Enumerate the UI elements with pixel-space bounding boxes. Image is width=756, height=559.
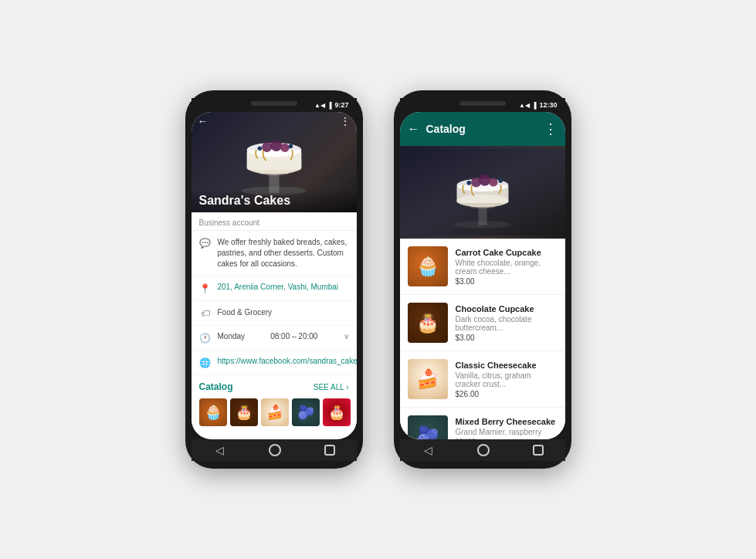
item-info-choc: Chocolate Cupcake Dark cocoa, chocolate … bbox=[456, 304, 558, 342]
nav-recent-btn-2[interactable] bbox=[533, 445, 544, 456]
catalog-more-button[interactable]: ⋮ bbox=[544, 120, 558, 137]
item-desc-carrot: White chocolate, orange, cream cheese... bbox=[456, 259, 558, 276]
battery-icon: ▐ bbox=[327, 102, 332, 109]
location-icon: 📍 bbox=[199, 283, 212, 294]
item-desc-berry: Grand Marnier, raspberry sauce... bbox=[456, 428, 558, 440]
status-bar-2: ▲◀ ▐ 12:30 bbox=[400, 98, 565, 112]
thumb-red-img: 🎂 bbox=[323, 398, 351, 426]
svg-point-8 bbox=[280, 144, 289, 152]
catalog-back-button[interactable]: ← bbox=[408, 122, 420, 136]
nav-bar-1: ◁ bbox=[192, 439, 357, 461]
address-text: 201, Areniia Corner, Vashi, Mumbai bbox=[218, 283, 339, 291]
thumb-carrot-img: 🧁 bbox=[199, 398, 227, 426]
thumb-red[interactable]: 🎂 bbox=[323, 398, 351, 426]
svg-point-10 bbox=[288, 144, 293, 149]
website-link[interactable]: https://www.facebook.com/sandras_cakes bbox=[218, 357, 357, 365]
thumb-classic-img: 🍰 bbox=[261, 398, 289, 426]
catalog-item-classic[interactable]: 🍰 Classic Cheesecake Vanilla, citrus, gr… bbox=[400, 351, 565, 408]
hours-row[interactable]: 🕐 Monday 08:00 – 20:00 ∨ bbox=[192, 326, 357, 351]
catalog-appbar-title: Catalog bbox=[426, 123, 537, 135]
item-name-choc: Chocolate Cupcake bbox=[456, 304, 558, 313]
hero-image-1: ← ⋮ bbox=[192, 112, 357, 212]
thumb-berry[interactable]: 🫐 bbox=[292, 398, 320, 426]
back-button-1[interactable]: ← bbox=[198, 115, 208, 127]
item-price-choc: $3.00 bbox=[456, 334, 558, 342]
svg-point-21 bbox=[489, 178, 497, 186]
nav-home-btn-1[interactable] bbox=[269, 444, 281, 456]
thumb-berry-img: 🫐 bbox=[292, 398, 320, 426]
category-row: 🏷 Food & Grocery bbox=[192, 301, 357, 326]
header-bar-1: ← ⋮ bbox=[192, 112, 357, 130]
catalog-section: Catalog SEE ALL › 🧁 🎂 🍰 bbox=[192, 375, 357, 432]
phone2: ▲◀ ▐ 12:30 ← Catalog ⋮ bbox=[394, 90, 571, 469]
item-info-carrot: Carrot Cake Cupcake White chocolate, ora… bbox=[456, 248, 558, 286]
svg-point-7 bbox=[270, 140, 282, 151]
hours-day: Monday bbox=[218, 332, 246, 340]
thumb-carrot[interactable]: 🧁 bbox=[199, 398, 227, 426]
item-price-classic: $26.00 bbox=[456, 390, 558, 398]
item-name-carrot: Carrot Cake Cupcake bbox=[456, 248, 558, 257]
nav-home-btn-2[interactable] bbox=[477, 444, 490, 456]
item-info-classic: Classic Cheesecake Vanilla, citrus, grah… bbox=[456, 361, 558, 398]
catalog-label: Catalog bbox=[199, 381, 233, 392]
signal-icon-2: ▲◀ bbox=[519, 102, 530, 109]
nav-back-btn-1[interactable]: ◁ bbox=[212, 443, 226, 457]
item-img-classic: 🍰 bbox=[408, 359, 448, 399]
phone2-screen: ← Catalog ⋮ bbox=[400, 112, 565, 439]
signal-icon: ▲◀ bbox=[314, 102, 325, 109]
thumb-choc-img: 🎂 bbox=[230, 398, 258, 426]
catalog-thumbnails: 🧁 🎂 🍰 🫐 🎂 bbox=[199, 398, 349, 426]
phone2-content: ← Catalog ⋮ bbox=[400, 112, 565, 439]
status-icons-2: ▲◀ ▐ bbox=[519, 102, 537, 109]
phone1-screen: ← ⋮ bbox=[192, 112, 357, 439]
description-row: 💬 We offer freshly baked breads, cakes, … bbox=[192, 231, 357, 276]
battery-icon-2: ▐ bbox=[532, 102, 537, 109]
item-img-carrot: 🧁 bbox=[408, 246, 448, 286]
more-button-1[interactable]: ⋮ bbox=[340, 115, 351, 127]
catalog-header: Catalog SEE ALL › bbox=[199, 381, 349, 392]
see-all-button[interactable]: SEE ALL › bbox=[314, 383, 349, 391]
catalog-item-berry[interactable]: 🫐 Mixed Berry Cheesecake Grand Marnier, … bbox=[400, 408, 565, 439]
nav-bar-2: ◁ bbox=[400, 439, 565, 461]
nav-recent-btn-1[interactable] bbox=[324, 445, 335, 456]
svg-point-22 bbox=[466, 181, 471, 185]
thumb-classic[interactable]: 🍰 bbox=[261, 398, 289, 426]
svg-point-23 bbox=[498, 178, 503, 183]
item-desc-classic: Vanilla, citrus, graham cracker crust... bbox=[456, 371, 558, 388]
description-icon: 💬 bbox=[199, 238, 212, 249]
thumb-choc[interactable]: 🎂 bbox=[230, 398, 258, 426]
address-row[interactable]: 📍 201, Areniia Corner, Vashi, Mumbai bbox=[192, 276, 357, 301]
clock-icon: 🕐 bbox=[199, 333, 212, 344]
status-icons-1: ▲◀ ▐ bbox=[314, 102, 332, 109]
description-text: We offer freshly baked breads, cakes, pa… bbox=[218, 237, 349, 269]
business-name-1: Sandra's Cakes bbox=[199, 194, 349, 208]
time-display-2: 12:30 bbox=[539, 101, 557, 109]
svg-point-6 bbox=[262, 142, 272, 152]
svg-point-9 bbox=[257, 147, 262, 151]
website-icon: 🌐 bbox=[199, 357, 212, 368]
catalog-list: 🧁 Carrot Cake Cupcake White chocolate, o… bbox=[400, 239, 565, 439]
catalog-item-carrot[interactable]: 🧁 Carrot Cake Cupcake White chocolate, o… bbox=[400, 239, 565, 295]
svg-rect-14 bbox=[478, 207, 486, 225]
hero-overlay-1: Sandra's Cakes bbox=[192, 189, 357, 212]
hours-time: 08:00 – 20:00 bbox=[270, 332, 317, 340]
item-name-berry: Mixed Berry Cheesecake bbox=[456, 417, 558, 426]
status-bar-1: ▲◀ ▐ 9:27 bbox=[192, 98, 357, 112]
category-text: Food & Grocery bbox=[218, 307, 273, 318]
category-icon: 🏷 bbox=[199, 308, 212, 319]
website-row[interactable]: 🌐 https://www.facebook.com/sandras_cakes bbox=[192, 351, 357, 375]
time-display-1: 9:27 bbox=[334, 101, 348, 109]
hours-content: Monday 08:00 – 20:00 ∨ bbox=[218, 332, 349, 340]
item-desc-choc: Dark cocoa, chocolate buttercream... bbox=[456, 315, 558, 332]
nav-back-btn-2[interactable]: ◁ bbox=[421, 443, 435, 457]
phone1: ▲◀ ▐ 9:27 ← ⋮ bbox=[185, 90, 363, 469]
expand-hours-icon[interactable]: ∨ bbox=[344, 332, 349, 340]
account-type-label: Business account bbox=[192, 212, 357, 231]
item-info-berry: Mixed Berry Cheesecake Grand Marnier, ra… bbox=[456, 417, 558, 440]
svg-point-20 bbox=[479, 174, 490, 186]
phone1-content: ← ⋮ bbox=[192, 112, 357, 432]
catalog-item-choc[interactable]: 🎂 Chocolate Cupcake Dark cocoa, chocolat… bbox=[400, 295, 565, 351]
item-img-choc: 🎂 bbox=[408, 303, 448, 343]
item-name-classic: Classic Cheesecake bbox=[456, 361, 558, 370]
catalog-appbar: ← Catalog ⋮ bbox=[400, 112, 565, 146]
